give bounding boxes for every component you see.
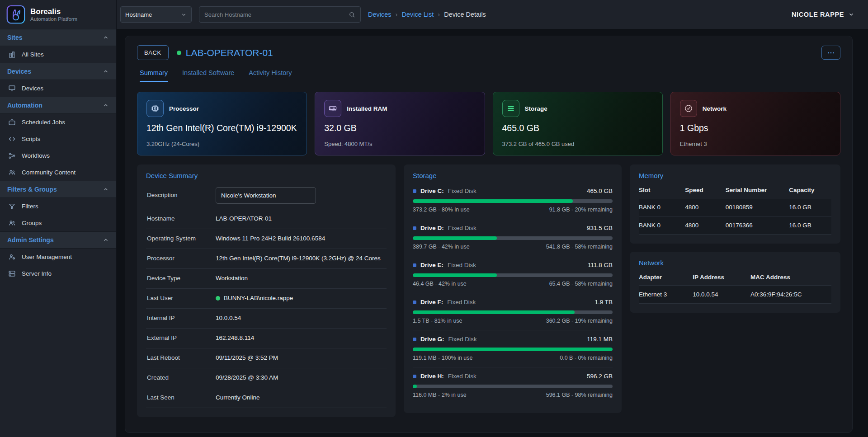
device-tabs: Summary Installed Software Activity Hist… — [140, 69, 840, 82]
drive-row-d: Drive D: Fixed Disk 931.5 GB 389.7 GB - … — [413, 219, 613, 256]
chevron-up-icon — [103, 186, 109, 193]
tab-activity-history[interactable]: Activity History — [249, 69, 292, 82]
sites-icon — [8, 51, 16, 58]
chevron-up-icon — [103, 237, 109, 243]
device-summary-panel: Device Summary Description Hostname LAB-… — [137, 164, 396, 417]
sidebar-item-server-info[interactable]: Server Info — [0, 265, 116, 282]
brand-name: Borealis — [30, 7, 77, 16]
nav-item-label: Groups — [22, 220, 42, 226]
drive-row-f: Drive F: Fixed Disk 1.9 TB 1.5 TB - 81% … — [413, 293, 613, 330]
summary-row-internal-ip: Internal IP 10.0.0.54 — [146, 309, 387, 329]
sidebar-item-devices[interactable]: Devices — [0, 80, 116, 97]
stat-card-ram: Installed RAM 32.0 GB Speed: 4800 MT/s — [315, 92, 485, 155]
section-label: Sites — [7, 34, 22, 41]
ram-icon — [324, 100, 341, 117]
devices-icon — [8, 85, 16, 92]
sidebar-section-filters-groups[interactable]: Filters & Groups — [0, 181, 116, 198]
sidebar-section-admin-settings[interactable]: Admin Settings — [0, 231, 116, 249]
nav-item-label: Server Info — [22, 270, 52, 277]
groups-icon — [8, 219, 16, 227]
storage-title: Storage — [413, 172, 613, 179]
server-info-icon — [8, 270, 16, 277]
more-actions-button[interactable] — [821, 46, 840, 60]
network-icon — [680, 100, 697, 117]
device-summary-title: Device Summary — [146, 172, 387, 179]
device-details-panel: BACK LAB-OPERATOR-01 Summary Installed S… — [125, 36, 853, 433]
stat-card-processor: Processor 12th Gen Intel(R) Core(TM) i9-… — [137, 92, 307, 155]
search-box[interactable] — [199, 6, 361, 23]
breadcrumb-separator: › — [438, 11, 440, 18]
summary-row-created: Created 09/28/2025 @ 3:30 AM — [146, 368, 387, 388]
sidebar-item-scheduled-jobs[interactable]: Scheduled Jobs — [0, 114, 116, 131]
breadcrumb-devices[interactable]: Devices — [368, 11, 392, 18]
sidebar-section-devices[interactable]: Devices — [0, 63, 116, 80]
chevron-up-icon — [103, 68, 109, 75]
network-table: Adapter IP Address MAC Address Ethernet … — [639, 269, 831, 304]
summary-row-last-seen: Last Seen Currently Online — [146, 388, 387, 408]
chevron-up-icon — [103, 102, 109, 108]
storage-panel: Storage Drive C: Fixed Disk 465.0 GB 373… — [404, 164, 622, 413]
chevron-up-icon — [103, 34, 109, 41]
user-name: NICOLE RAPPE — [792, 11, 844, 18]
user-management-icon — [8, 253, 16, 261]
tab-summary[interactable]: Summary — [140, 69, 168, 82]
borealis-logo-icon — [6, 5, 25, 24]
hostname-filter-dropdown[interactable]: Hostname — [120, 6, 192, 23]
drive-bullet-icon — [413, 338, 416, 341]
summary-row-external-ip: External IP 162.248.8.114 — [146, 329, 387, 348]
summary-row-last-user: Last User BUNNY-LAB\nicole.rappe — [146, 289, 387, 309]
nav-item-label: Devices — [22, 85, 43, 92]
summary-row-os: Operating System Windows 11 Pro 24H2 Bui… — [146, 229, 387, 249]
sidebar-item-scripts[interactable]: Scripts — [0, 131, 116, 147]
drive-usage-bar — [413, 310, 613, 314]
drive-usage-bar — [413, 385, 613, 388]
detail-columns: Device Summary Description Hostname LAB-… — [137, 164, 840, 417]
back-button[interactable]: BACK — [137, 45, 169, 60]
sidebar-section-automation[interactable]: Automation — [0, 97, 116, 114]
sidebar-item-groups[interactable]: Groups — [0, 215, 116, 231]
summary-row-device-type: Device Type Workstation — [146, 269, 387, 289]
sidebar-section-sites[interactable]: Sites — [0, 29, 116, 46]
memory-row: BANK 0 4800 00180859 16.0 GB — [639, 198, 831, 216]
stat-card-storage: Storage 465.0 GB 373.2 GB of 465.0 GB us… — [493, 92, 663, 155]
nav-item-label: All Sites — [22, 51, 44, 58]
nav-item-label: Filters — [22, 203, 38, 210]
search-input[interactable] — [204, 11, 349, 18]
breadcrumb-separator: › — [396, 11, 398, 18]
sidebar-item-workflows[interactable]: Workflows — [0, 147, 116, 164]
nav-item-label: Scheduled Jobs — [22, 119, 65, 126]
sidebar-item-user-management[interactable]: User Management — [0, 249, 116, 265]
tab-installed-software[interactable]: Installed Software — [182, 69, 234, 82]
breadcrumb-device-list[interactable]: Device List — [401, 11, 434, 18]
description-input[interactable] — [216, 187, 316, 204]
brand-subtitle: Automation Platform — [30, 16, 77, 22]
user-menu[interactable]: NICOLE RAPPE — [792, 11, 854, 18]
section-label: Admin Settings — [7, 236, 54, 244]
drive-row-g: Drive G: Fixed Disk 119.1 MB 119.1 MB - … — [413, 330, 613, 367]
right-column: Memory Slot Speed Serial Number Capacity — [630, 164, 840, 313]
sidebar-item-filters[interactable]: Filters — [0, 198, 116, 215]
summary-row-description: Description — [146, 182, 387, 209]
brand[interactable]: Borealis Automation Platform — [0, 0, 116, 29]
nav-item-label: Community Content — [22, 169, 75, 176]
section-label: Automation — [7, 102, 42, 109]
network-title: Network — [639, 259, 831, 267]
stat-card-network: Network 1 Gbps Ethernet 3 — [670, 92, 840, 155]
online-status-icon — [216, 296, 220, 301]
drive-row-c: Drive C: Fixed Disk 465.0 GB 373.2 GB - … — [413, 182, 613, 219]
sidebar-item-community-content[interactable]: Community Content — [0, 164, 116, 181]
drive-usage-bar — [413, 273, 613, 277]
search-icon[interactable] — [349, 11, 355, 18]
sidebar-item-all-sites[interactable]: All Sites — [0, 46, 116, 63]
memory-panel: Memory Slot Speed Serial Number Capacity — [630, 164, 840, 244]
drive-bullet-icon — [413, 375, 416, 378]
drive-bullet-icon — [413, 301, 416, 304]
community-icon — [8, 169, 16, 176]
section-label: Devices — [7, 68, 31, 75]
main-column: Hostname Devices › Device List › Device … — [117, 0, 868, 437]
device-header: BACK LAB-OPERATOR-01 — [137, 45, 840, 60]
chevron-down-icon — [848, 11, 854, 18]
breadcrumb-current: Device Details — [444, 11, 486, 18]
drive-bullet-icon — [413, 263, 416, 267]
drive-bullet-icon — [413, 226, 416, 230]
